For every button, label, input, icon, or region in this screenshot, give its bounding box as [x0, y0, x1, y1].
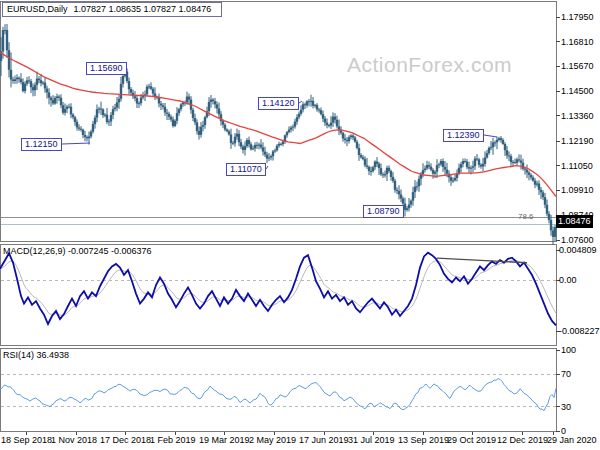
macd-indicator-label: MACD(12,26,9) -0.007245 -0.006376 [3, 246, 152, 257]
ohlc-values: 1.07827 1.08635 1.07827 1.08476 [74, 4, 212, 14]
symbol-ohlc-readout: EURUSD,Daily1.07827 1.08635 1.07827 1.08… [2, 2, 222, 17]
current-price-tag: 1.08476 [556, 215, 593, 228]
fib-786-label: 78.6 [518, 212, 534, 221]
symbol-name: EURUSD,Daily [7, 4, 68, 14]
rsi-indicator-label: RSI(14) 36.4938 [3, 350, 69, 361]
eurusd-daily-chart-window: EURUSD,Daily1.07827 1.08635 1.07827 1.08… [0, 0, 600, 450]
actionforex-watermark: ActionForex.com [347, 53, 512, 77]
